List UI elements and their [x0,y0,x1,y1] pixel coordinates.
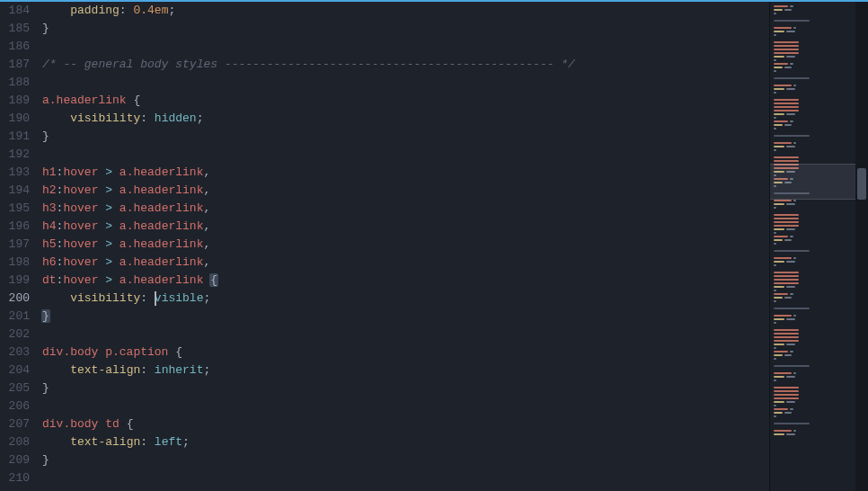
token-selector: h6 [42,255,57,269]
token-selector: h2 [42,183,57,197]
token-punct: , [203,255,210,269]
code-line[interactable]: padding: 0.4em; [42,2,769,20]
minimap[interactable] [769,2,868,491]
token-valuekey: inherit [155,363,204,377]
line-number: 209 [0,451,35,469]
editor-container: 1841851861871881891901911921931941951961… [0,0,868,491]
line-number: 186 [0,38,35,56]
line-number: 189 [0,92,35,110]
token-punct: } [42,22,49,35]
token-punct: , [203,183,210,197]
token-space [42,112,70,125]
token-punct: : [140,363,155,377]
token-selector: h1 [42,165,57,179]
token-property: visibility [70,112,140,125]
code-line[interactable]: visibility: visible; [42,290,769,308]
token-punct: ; [182,435,190,449]
line-number: 200 [0,290,35,308]
line-number: 206 [0,397,35,415]
line-number: 197 [0,236,35,254]
code-area[interactable]: padding: 0.4em;}/* -- general body style… [35,2,769,491]
minimap-content [774,2,850,435]
code-line[interactable]: h2:hover > a.headerlink, [42,182,769,200]
line-number: 204 [0,362,35,379]
token-punct: } [42,453,49,467]
token-selector: dt [42,273,57,287]
token-pseudo: hover [63,183,98,197]
token-selector: a.headerlink [120,219,204,233]
code-line[interactable]: div.body p.caption { [42,344,769,362]
code-line[interactable]: } [42,308,769,326]
token-punct: ; [168,4,175,17]
line-number: 185 [0,20,35,38]
token-pseudo: hover [63,255,98,269]
token-operator: > [98,183,119,197]
token-selector: a.headerlink [120,165,204,179]
token-punct: ; [203,291,210,305]
code-line[interactable]: h5:hover > a.headerlink, [42,236,769,254]
line-number-gutter[interactable]: 1841851861871881891901911921931941951961… [0,2,35,491]
token-space [42,291,70,305]
line-number: 199 [0,272,35,290]
token-selector: a.headerlink [120,183,204,197]
token-selector: a.headerlink [120,273,204,287]
line-number: 192 [0,146,35,164]
token-punct: } [42,381,49,395]
code-line[interactable]: visibility: hidden; [42,110,769,128]
code-line[interactable]: dt:hover > a.headerlink { [42,272,769,290]
code-line[interactable] [42,326,769,344]
token-space [42,4,70,17]
token-operator: > [98,165,119,179]
token-pseudo: hover [63,273,98,287]
line-number: 205 [0,379,35,397]
token-punct: , [203,237,210,251]
code-line[interactable] [42,74,769,92]
line-number: 196 [0,218,35,236]
scrollbar-track[interactable] [855,2,868,491]
code-line[interactable]: a.headerlink { [42,92,769,110]
code-line[interactable]: } [42,379,769,397]
token-punct: ; [197,112,204,125]
token-punct: : [120,4,134,17]
token-selector: h3 [42,201,57,215]
code-line[interactable] [42,146,769,164]
token-selector: h4 [42,219,57,233]
line-number: 184 [0,2,35,20]
token-operator: > [98,201,119,215]
code-line[interactable]: h4:hover > a.headerlink, [42,218,769,236]
line-number: 190 [0,110,35,128]
code-line[interactable]: } [42,451,769,469]
code-line[interactable]: div.body td { [42,415,769,433]
token-selector: a.headerlink [120,237,204,251]
code-line[interactable]: } [42,20,769,38]
token-operator: > [98,273,119,287]
token-punct: , [203,201,210,215]
code-line[interactable]: /* -- general body styles --------------… [42,56,769,74]
code-line[interactable] [42,38,769,56]
token-number: 0.4em [133,4,168,17]
line-number: 193 [0,164,35,182]
code-line[interactable]: h1:hover > a.headerlink, [42,164,769,182]
code-line[interactable]: h6:hover > a.headerlink, [42,254,769,272]
token-pseudo: hover [63,165,98,179]
code-line[interactable]: text-align: left; [42,433,769,451]
token-punct: } [42,129,49,143]
token-bracket: { [209,273,218,287]
token-punct: ; [203,363,210,377]
window-top-border [0,0,868,2]
line-number: 203 [0,344,35,362]
code-line[interactable] [42,397,769,415]
minimap-viewport[interactable] [770,164,868,200]
code-line[interactable]: h3:hover > a.headerlink, [42,200,769,218]
token-punct: { [168,345,182,359]
code-line[interactable] [42,469,769,487]
token-pseudo: hover [63,237,98,251]
scrollbar-thumb[interactable] [857,168,866,200]
token-selector: a.headerlink [120,255,204,269]
code-line[interactable]: text-align: inherit; [42,362,769,379]
token-space [42,363,70,377]
line-number: 188 [0,74,35,92]
line-number: 201 [0,308,35,326]
token-selector: div.body p.caption [42,345,168,359]
code-line[interactable]: } [42,128,769,146]
